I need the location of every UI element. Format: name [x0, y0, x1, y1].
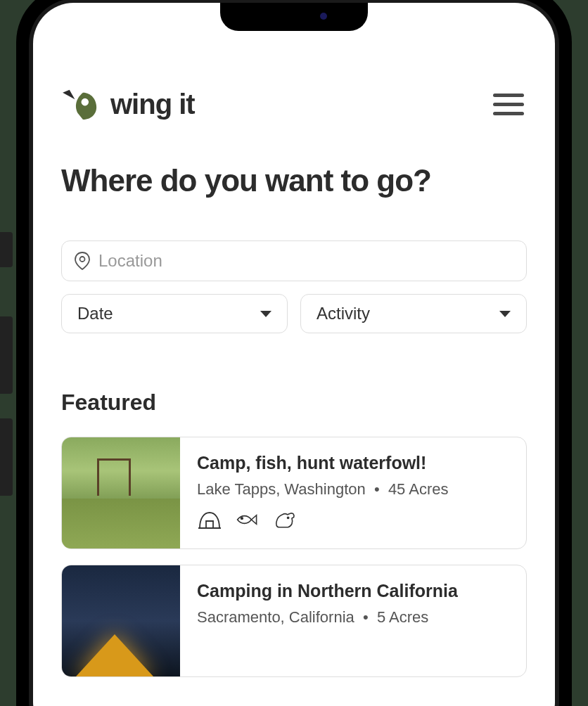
- listing-acres: 45 Acres: [388, 480, 449, 498]
- listing-meta: Lake Tapps, Washington • 45 Acres: [197, 480, 509, 499]
- listing-card[interactable]: Camp, fish, hunt waterfowl! Lake Tapps, …: [61, 437, 527, 549]
- date-dropdown[interactable]: Date: [61, 294, 288, 333]
- listing-title: Camping in Northern California: [197, 581, 509, 601]
- fishing-icon: [235, 508, 260, 531]
- featured-heading: Featured: [61, 390, 527, 416]
- svg-point-3: [241, 518, 243, 520]
- activity-dropdown[interactable]: Activity: [300, 294, 527, 333]
- listing-location: Sacramento, California: [197, 608, 354, 626]
- activity-icons: [197, 508, 509, 531]
- hamburger-line-icon: [493, 112, 524, 115]
- location-pin-icon: [75, 252, 90, 270]
- listing-image: [62, 565, 180, 676]
- date-label: Date: [77, 304, 113, 323]
- svg-point-4: [288, 517, 289, 518]
- listing-card[interactable]: Camping in Northern California Sacrament…: [61, 565, 527, 677]
- listing-acres: 5 Acres: [377, 608, 428, 626]
- search-form: Date Activity: [61, 240, 527, 333]
- location-input[interactable]: [98, 251, 513, 271]
- chevron-down-icon: [499, 311, 511, 317]
- menu-button[interactable]: [490, 91, 527, 118]
- phone-frame: wing it Where do you want to go?: [16, 0, 572, 706]
- wingit-logo-icon: [61, 87, 102, 121]
- app-screen: wing it Where do you want to go?: [33, 3, 555, 706]
- page-title: Where do you want to go?: [61, 163, 527, 198]
- hamburger-line-icon: [493, 103, 524, 106]
- phone-notch: [220, 3, 368, 31]
- listing-meta: Sacramento, California • 5 Acres: [197, 608, 509, 627]
- svg-point-1: [80, 257, 85, 262]
- app-header: wing it: [61, 87, 527, 121]
- brand-logo[interactable]: wing it: [61, 87, 195, 121]
- hamburger-line-icon: [493, 94, 524, 97]
- brand-name: wing it: [110, 89, 195, 120]
- camping-icon: [197, 508, 222, 531]
- activity-label: Activity: [317, 304, 370, 323]
- featured-list: Camp, fish, hunt waterfowl! Lake Tapps, …: [61, 437, 527, 677]
- listing-title: Camp, fish, hunt waterfowl!: [197, 453, 509, 473]
- dog-icon: [273, 508, 298, 531]
- listing-image: [62, 437, 180, 548]
- chevron-down-icon: [260, 311, 271, 317]
- phone-side-button: [0, 232, 13, 267]
- phone-side-button: [0, 316, 13, 394]
- svg-point-0: [82, 98, 89, 106]
- location-field[interactable]: [61, 240, 527, 281]
- listing-location: Lake Tapps, Washington: [197, 480, 366, 498]
- phone-side-button: [0, 418, 13, 496]
